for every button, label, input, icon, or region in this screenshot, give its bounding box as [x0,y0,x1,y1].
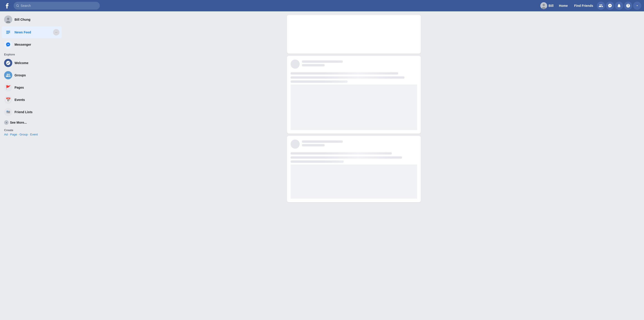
loading-name-line-1 [302,60,343,63]
loading-body-line-2 [290,76,404,79]
feed-card-loading-1 [287,56,421,134]
header-find-friends-link[interactable]: Find Friends [572,3,596,9]
messenger-nav-icon [4,41,12,49]
sidebar-item-welcome[interactable]: Welcome [2,57,62,69]
loading-body [290,72,417,85]
search-box[interactable] [14,2,100,10]
notifications-icon-btn[interactable] [615,2,623,10]
loading-body-line-6 [290,161,344,163]
sidebar-welcome-label: Welcome [14,61,28,65]
loading-avatar [290,60,300,69]
sidebar-user-profile[interactable]: Bill Chung [2,14,62,26]
groups-icon [4,71,12,79]
sidebar-item-groups[interactable]: Groups [2,69,62,81]
loading-body-line-4 [290,152,392,154]
messenger-icon-btn[interactable] [606,2,614,10]
loading-body-line-3 [290,80,348,83]
create-ad-link[interactable]: Ad [4,133,8,136]
search-icon [16,4,19,8]
header-home-link[interactable]: Home [556,3,570,9]
events-icon: 📅 [4,96,12,104]
create-event-link[interactable]: Event [30,133,38,136]
svg-point-3 [542,4,545,6]
loading-body-2 [290,152,417,165]
sidebar-messenger-label: Messenger [14,43,31,46]
svg-point-8 [7,111,8,112]
page-layout: Bill Chung News Feed ··· Messenger Explo… [0,0,644,320]
card-image-placeholder-2 [290,165,417,199]
create-links: Ad · Page · Group · Event [4,133,60,136]
feed-card-loading-2 [287,136,421,202]
sidebar-user-name: Bill Chung [14,18,30,21]
loading-avatar-2 [290,139,300,149]
sidebar-friend-lists-label: Friend Lists [14,110,32,114]
create-section-label: Create [4,128,60,132]
chevron-down-icon [636,4,639,8]
header: Bill Home Find Friends [0,0,644,11]
sidebar-events-label: Events [14,98,25,102]
loading-body-line-1 [290,72,398,75]
sidebar: Bill Chung News Feed ··· Messenger Explo… [0,11,64,320]
friends-icon-btn[interactable] [597,2,605,10]
more-icon-btn[interactable] [633,2,641,10]
friends-icon [599,4,603,8]
svg-point-1 [16,5,18,7]
chevron-down-icon: ▾ [4,120,8,125]
svg-point-6 [7,18,9,20]
messenger-icon [608,4,612,8]
facebook-logo[interactable] [3,1,12,10]
news-feed-more-btn[interactable]: ··· [53,29,60,36]
header-right: Bill Home Find Friends [538,1,641,10]
sidebar-item-messenger[interactable]: Messenger [2,39,62,51]
see-more-btn[interactable]: ▾ See More... [2,118,62,127]
loading-name-line-3 [302,140,343,143]
loading-header [290,60,417,69]
welcome-icon [4,59,12,67]
help-icon [626,4,630,8]
sidebar-item-pages[interactable]: 🚩 Pages [2,82,62,93]
sidebar-groups-label: Groups [14,73,26,77]
create-section: Create Ad · Page · Group · Event [2,127,62,138]
see-more-label: See More... [10,121,27,124]
sidebar-item-events[interactable]: 📅 Events [2,94,62,106]
loading-name-lines [302,60,343,66]
sidebar-item-news-feed[interactable]: News Feed ··· [2,26,62,38]
feed-card-blank [287,15,421,54]
explore-section-label: Explore [2,51,62,57]
header-user-name: Bill [548,4,554,8]
friend-lists-icon [4,108,12,116]
loading-name-line-4 [302,144,324,146]
sidebar-item-friend-lists[interactable]: Friend Lists [2,106,62,118]
loading-name-lines-2 [302,139,343,146]
loading-header-2 [290,139,417,149]
card-image-placeholder [290,85,417,130]
notifications-icon [617,4,621,8]
create-page-link[interactable]: Page [10,133,17,136]
avatar [540,2,547,9]
loading-name-line-2 [302,64,324,66]
main-content [64,11,644,320]
sidebar-avatar [4,16,12,24]
header-user[interactable]: Bill [538,1,555,10]
create-group-link[interactable]: Group [20,133,28,136]
search-input[interactable] [21,4,98,8]
loading-body-line-5 [290,156,402,159]
feed-column [287,15,421,202]
sidebar-pages-label: Pages [14,86,24,89]
help-icon-btn[interactable] [624,2,632,10]
sidebar-news-feed-label: News Feed [14,31,31,34]
news-feed-icon [4,28,12,36]
pages-icon: 🚩 [4,83,12,92]
